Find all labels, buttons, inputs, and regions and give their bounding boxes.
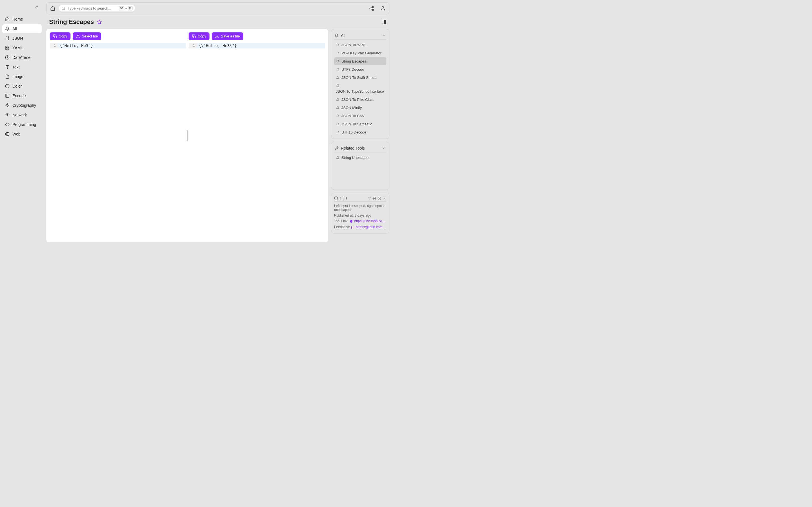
tool-item[interactable]: UTF16 Decode [334, 128, 386, 136]
panel-header-all[interactable]: All [334, 32, 386, 40]
tool-item[interactable]: UTF8 Decode [334, 65, 386, 73]
splitter[interactable] [186, 33, 189, 239]
tool-list-scroll[interactable]: JSON To YAML PGP Key Pair Generator Stri… [334, 41, 386, 136]
select-file-button[interactable]: Select file [73, 33, 101, 40]
sidebar-item-image[interactable]: Image [2, 72, 42, 81]
chevron-down-icon[interactable] [382, 196, 386, 200]
editor-right-code[interactable]: 1 {\"Hello, He3\"} [189, 43, 325, 239]
tool-item[interactable]: JSON To Pike Class [334, 96, 386, 104]
sidebar-item-label: Color [12, 84, 22, 89]
panel-related-label: Related Tools [341, 146, 365, 151]
sidebar-item-text[interactable]: Text [2, 62, 42, 71]
tool-item[interactable]: String Escapes [334, 57, 386, 65]
sidebar-item-home[interactable]: Home [2, 15, 42, 24]
wifi-icon [5, 113, 10, 117]
sidebar-item-json[interactable]: JSON [2, 34, 42, 43]
copy-label: Copy [59, 34, 67, 38]
info-tool-link: Tool Link: https://t.he3app.co… [334, 219, 386, 223]
sidebar-item-cryptography[interactable]: Cryptography [2, 101, 42, 110]
search-icon [61, 6, 65, 10]
page-title: String Escapes [49, 18, 94, 25]
user-button[interactable] [380, 6, 386, 11]
kbd-k: K [128, 6, 133, 10]
save-file-button[interactable]: Save as file [212, 33, 243, 40]
tool-item[interactable]: PGP Key Pair Generator [334, 49, 386, 57]
editor-right-toolbar: Copy Save as file [189, 33, 325, 40]
sidebar-item-label: Home [12, 17, 23, 21]
shield-icon [349, 219, 353, 223]
sidebar-item-encode[interactable]: Encode [2, 91, 42, 100]
sidebar-item-network[interactable]: Network [2, 110, 42, 119]
code-content[interactable]: {\"Hello, He3\"} [197, 43, 325, 48]
kbd-cmd: ⌘ [119, 6, 124, 10]
sidebar-item-yaml[interactable]: YAML [2, 43, 42, 52]
content-row: Copy Select file 1 {"Hello, He3"} [46, 29, 389, 242]
globe-icon [5, 132, 10, 136]
editor-left: Copy Select file 1 {"Hello, He3"} [50, 33, 186, 239]
title-row: String Escapes [46, 17, 389, 29]
sidebar-item-label: All [12, 26, 17, 31]
tool-item[interactable]: JSON To TypeScript Interface [334, 82, 386, 96]
svg-point-35 [378, 197, 381, 200]
code-icon [5, 122, 10, 127]
bell-icon [336, 106, 340, 110]
bolt-icon [5, 103, 10, 108]
tool-item[interactable]: JSON To YAML [334, 41, 386, 49]
svg-point-14 [62, 7, 64, 9]
panel-toggle-button[interactable] [382, 19, 387, 24]
upload-icon [76, 34, 80, 38]
copy-button[interactable]: Copy [50, 33, 70, 40]
sidebar-item-color[interactable]: Color [2, 82, 42, 91]
splitter-handle [187, 130, 188, 142]
file-icon [5, 74, 10, 79]
sidebar-item-label: Image [12, 74, 23, 79]
bell-icon [336, 43, 340, 47]
search-input[interactable] [68, 6, 116, 10]
sidebar-item-programming[interactable]: Programming [2, 120, 42, 129]
svg-line-19 [371, 9, 372, 10]
feedback-link[interactable]: https://github.com/… [356, 225, 386, 229]
bell-icon [336, 59, 340, 63]
bell-icon [336, 114, 340, 118]
line-number: 1 [189, 43, 197, 48]
search-box[interactable]: ⌘ + K [59, 5, 135, 12]
favorite-button[interactable] [97, 19, 102, 24]
sidebar: Home All JSON YAML Date/Time Text [0, 0, 44, 244]
tool-item[interactable]: JSON To Swift Struct [334, 73, 386, 82]
info-description: Left input is escaped, right input is un… [334, 204, 386, 212]
text-icon [5, 65, 10, 69]
tool-item[interactable]: JSON Minify [334, 104, 386, 112]
tool-item[interactable]: JSON To Sarcastic [334, 120, 386, 128]
main: ⌘ + K String Escapes [44, 0, 392, 244]
bell-icon [335, 34, 339, 38]
svg-rect-0 [6, 46, 7, 48]
svg-point-17 [370, 8, 371, 9]
copy-button[interactable]: Copy [189, 33, 209, 40]
sidebar-item-datetime[interactable]: Date/Time [2, 53, 42, 62]
grid-icon [5, 46, 10, 50]
sidebar-item-web[interactable]: Web [2, 129, 42, 138]
sidebar-item-all[interactable]: All [2, 24, 42, 33]
text-icon[interactable] [367, 196, 371, 200]
tool-list: JSON To YAML PGP Key Pair Generator Stri… [334, 41, 386, 136]
info-header: 1.0.1 [334, 195, 386, 202]
share-button[interactable] [369, 6, 374, 11]
tool-item[interactable]: JSON To CSV [334, 112, 386, 120]
code-content[interactable]: {"Hello, He3"} [58, 43, 186, 48]
svg-rect-27 [193, 36, 196, 38]
editors-container: Copy Select file 1 {"Hello, He3"} [46, 29, 328, 242]
copy-icon [53, 34, 57, 38]
panel-related-tools: Related Tools String Unescape [331, 142, 389, 190]
check-icon[interactable] [377, 196, 381, 200]
tool-link[interactable]: https://t.he3app.co… [354, 219, 386, 223]
sidebar-collapse-button[interactable] [34, 4, 40, 10]
svg-point-18 [372, 9, 373, 11]
globe-icon[interactable] [372, 196, 376, 200]
svg-line-20 [371, 7, 372, 8]
sidebar-item-label: Encode [12, 94, 26, 98]
editor-left-toolbar: Copy Select file [50, 33, 186, 40]
panel-header-related[interactable]: Related Tools [334, 144, 386, 152]
related-item[interactable]: String Unescape [334, 154, 386, 162]
editor-left-code[interactable]: 1 {"Hello, He3"} [50, 43, 186, 239]
home-button[interactable] [50, 6, 56, 11]
